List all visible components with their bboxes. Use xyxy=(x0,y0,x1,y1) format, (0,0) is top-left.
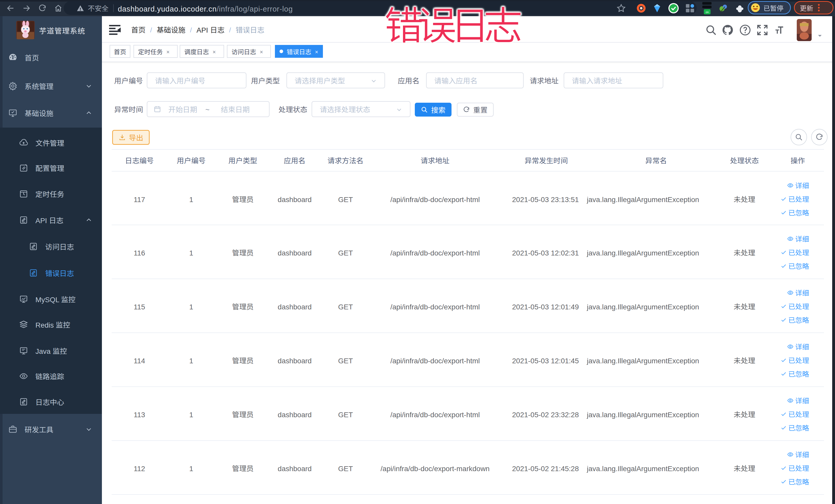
svg-text:on: on xyxy=(706,11,709,14)
